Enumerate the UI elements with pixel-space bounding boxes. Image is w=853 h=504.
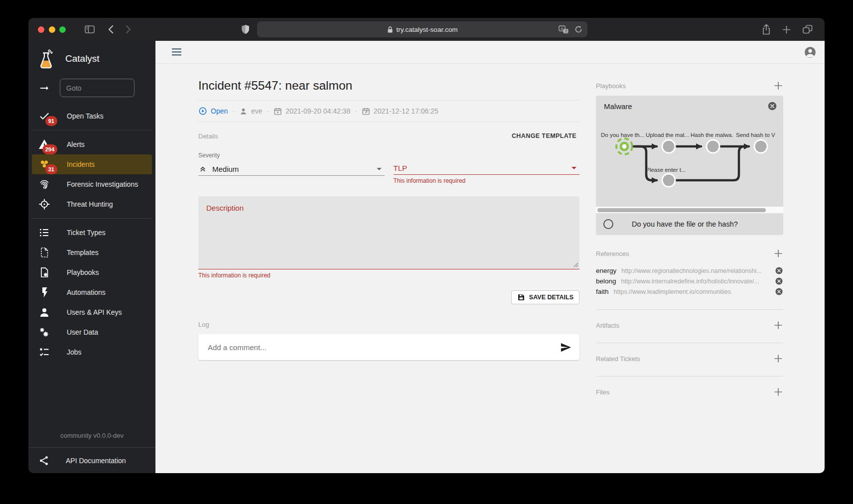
playbook-title: Malware	[604, 102, 632, 111]
workflow-node-label: Upload the mal...	[646, 132, 689, 138]
calendar-modified-icon	[362, 107, 370, 116]
remove-reference-button[interactable]	[775, 287, 783, 296]
add-file-button[interactable]	[773, 387, 783, 397]
remove-playbook-button[interactable]	[767, 101, 777, 111]
task-radio[interactable]	[603, 219, 613, 229]
playbook-card: Malware	[596, 96, 783, 235]
sidebar-item-alerts[interactable]: 294 Alerts	[32, 134, 152, 154]
remove-reference-button[interactable]	[775, 277, 783, 285]
playbook-task-row[interactable]: Do you have the file or the hash?	[596, 213, 783, 235]
send-icon[interactable]	[560, 342, 571, 353]
reference-link[interactable]: http://www.internalredefine.info/holisti…	[621, 278, 775, 285]
add-reference-button[interactable]	[773, 249, 783, 258]
sidebar-item-users-api-keys[interactable]: Users & API Keys	[32, 302, 152, 322]
description-textarea[interactable]: Description	[198, 196, 579, 269]
save-icon	[517, 293, 525, 301]
reference-name: belong	[596, 277, 616, 285]
severity-medium-icon	[198, 164, 207, 173]
related-tickets-section-label: Related Tickets	[596, 355, 640, 363]
resize-handle[interactable]	[573, 262, 578, 267]
add-artifact-button[interactable]	[773, 320, 783, 330]
browser-window: try.catalyst-soar.com A文	[28, 18, 825, 473]
close-window-button[interactable]	[38, 26, 44, 33]
comment-card	[198, 334, 579, 360]
translate-icon[interactable]: A文	[559, 25, 569, 34]
change-template-button[interactable]: CHANGE TEMPLATE	[509, 132, 579, 140]
brand-name: Catalyst	[65, 53, 100, 64]
share-nodes-icon	[38, 455, 49, 466]
close-icon	[775, 287, 783, 296]
checklist-icon	[38, 346, 50, 358]
privacy-shield-icon[interactable]	[241, 24, 250, 34]
reference-link[interactable]: http://www.regionaltechnologies.name/rel…	[621, 267, 775, 274]
plus-icon	[773, 387, 783, 397]
workflow-node-enter[interactable]	[662, 174, 675, 187]
zoom-window-button[interactable]	[59, 26, 66, 33]
sidebar-item-ticket-types[interactable]: Ticket Types	[32, 223, 152, 243]
reload-icon[interactable]	[574, 25, 582, 33]
details-section-label: Details	[198, 132, 218, 140]
catalyst-logo-icon	[37, 49, 55, 69]
tlp-field[interactable]: TLP This information is required	[394, 152, 580, 184]
sidebar-toggle-icon[interactable]	[85, 25, 95, 33]
sidebar-item-threat-hunting[interactable]: Threat Hunting	[32, 194, 152, 214]
save-details-button[interactable]: SAVE DETAILS	[511, 290, 579, 304]
share-icon[interactable]	[762, 24, 771, 35]
plus-icon	[773, 354, 783, 364]
url-bar[interactable]: try.catalyst-soar.com A文	[257, 21, 587, 37]
url-text: try.catalyst-soar.com	[397, 26, 458, 33]
forward-button[interactable]	[126, 25, 132, 34]
severity-label: Severity	[198, 152, 385, 159]
sidebar-item-templates[interactable]: Templates	[32, 243, 152, 262]
reference-name: energy	[596, 267, 616, 274]
sidebar-item-user-data[interactable]: User Data	[32, 322, 152, 342]
scrollbar-thumb[interactable]	[597, 208, 766, 212]
description-label: Description	[206, 204, 244, 212]
remove-reference-button[interactable]	[775, 266, 783, 275]
sidebar-item-incidents[interactable]: 31 Incidents	[32, 154, 152, 174]
artifacts-section-label: Artifacts	[596, 322, 619, 329]
add-playbook-button[interactable]	[773, 81, 783, 91]
workflow-node-label: Do you have th...	[601, 132, 644, 138]
horizontal-scrollbar[interactable]	[596, 207, 783, 213]
workflow-node-label: Send hash to V	[736, 132, 775, 138]
menu-icon[interactable]	[172, 48, 183, 56]
sidebar-item-open-tasks[interactable]: 91 Open Tasks	[32, 106, 152, 126]
account-icon[interactable]	[804, 46, 817, 59]
sidebar-item-api-documentation[interactable]: API Documentation	[28, 447, 155, 473]
calendar-created-icon	[274, 107, 282, 116]
created-timestamp: 2021-09-20 04:42:38	[274, 107, 350, 116]
close-icon	[775, 277, 783, 285]
sidebar-item-forensic-investigations[interactable]: Forensic Investigations	[32, 174, 152, 194]
goto-input[interactable]	[60, 79, 135, 97]
divider	[32, 218, 152, 219]
add-related-ticket-button[interactable]	[773, 354, 783, 364]
severity-field[interactable]: Severity Medium	[198, 152, 385, 184]
list-icon	[38, 227, 50, 239]
tab-overview-icon[interactable]	[802, 24, 813, 34]
comment-input[interactable]	[207, 343, 560, 352]
files-section-label: Files	[596, 388, 609, 396]
file-dashed-icon	[38, 247, 50, 258]
workflow-canvas[interactable]: Do you have th... Upload the mal... Hash…	[596, 111, 783, 207]
status-badge[interactable]: Open	[198, 107, 228, 116]
workflow-start-node[interactable]	[616, 138, 632, 154]
sidebar: Catalyst 91 Open Tasks 294 Alerts	[28, 41, 155, 473]
plus-icon	[773, 320, 783, 330]
reference-link[interactable]: https://www.leadimplement.io/communities	[614, 288, 775, 295]
workflow-node-send[interactable]	[754, 140, 767, 153]
workflow-node-hash[interactable]	[707, 140, 719, 153]
sidebar-item-playbooks[interactable]: Playbooks	[32, 262, 152, 282]
minimize-window-button[interactable]	[49, 26, 55, 33]
close-icon	[775, 266, 783, 275]
dropdown-icon	[377, 168, 382, 170]
new-tab-icon[interactable]	[782, 25, 791, 34]
back-button[interactable]	[108, 25, 114, 34]
tlp-error: This information is required	[394, 177, 580, 184]
workflow-node-label: Hash the malwa.	[691, 132, 733, 138]
workflow-node-upload[interactable]	[662, 140, 675, 153]
sidebar-item-automations[interactable]: Automations	[32, 282, 152, 302]
lock-icon	[387, 26, 393, 33]
sidebar-item-jobs[interactable]: Jobs	[32, 342, 152, 362]
file-gear-icon	[38, 266, 50, 278]
